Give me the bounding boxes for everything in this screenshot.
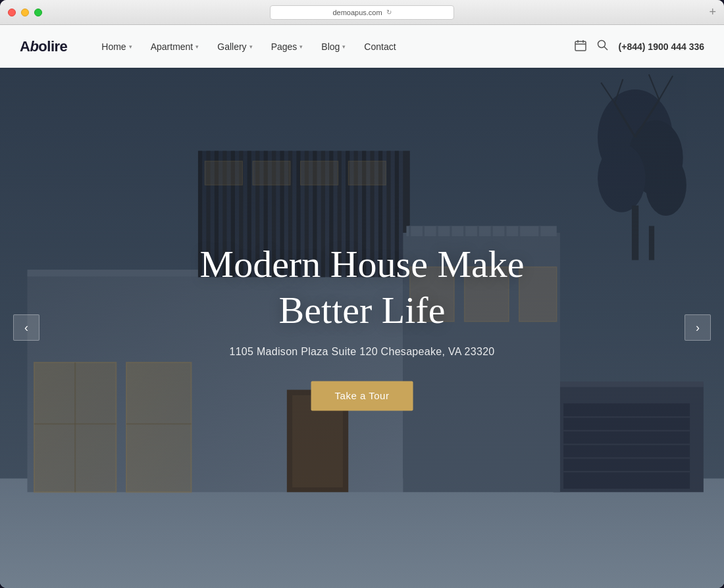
refresh-icon[interactable]: ↻: [386, 9, 392, 16]
nav-item-blog[interactable]: Blog ▾: [313, 36, 353, 57]
hero-title: Modern House Make Better Life: [200, 241, 525, 333]
nav-gallery-chevron: ▾: [249, 43, 253, 50]
nav-item-contact[interactable]: Contact: [356, 36, 403, 57]
nav-gallery-label: Gallery: [217, 41, 246, 52]
nav-item-pages[interactable]: Pages ▾: [263, 36, 311, 57]
minimize-button[interactable]: [21, 9, 29, 16]
nav-home-chevron: ▾: [129, 43, 132, 50]
new-tab-button[interactable]: +: [709, 5, 716, 19]
chevron-left-icon: ‹: [24, 321, 28, 335]
mac-titlebar: demoapus.com ↻ +: [0, 0, 724, 25]
url-text: demoapus.com: [332, 9, 382, 16]
nav-pages-chevron: ▾: [299, 43, 303, 50]
nav-home-label: Home: [101, 41, 126, 52]
svg-line-84: [604, 47, 608, 50]
nav-item-apartment[interactable]: Apartment ▾: [143, 36, 207, 57]
close-button[interactable]: [8, 9, 16, 16]
mac-window: demoapus.com ↻ +: [0, 0, 724, 588]
nav-item-home[interactable]: Home ▾: [93, 36, 140, 57]
calendar-icon[interactable]: [575, 39, 586, 54]
nav-item-gallery[interactable]: Gallery ▾: [209, 36, 260, 57]
search-icon[interactable]: [597, 39, 608, 53]
chevron-right-icon: ›: [696, 321, 700, 335]
nav-links: Home ▾ Apartment ▾ Gallery ▾ Pages ▾: [93, 36, 574, 57]
svg-point-83: [598, 41, 605, 48]
slider-prev-button[interactable]: ‹: [13, 314, 39, 341]
navbar: Abolire Home ▾ Apartment ▾ Gallery ▾: [0, 25, 724, 68]
maximize-button[interactable]: [34, 9, 42, 16]
nav-blog-label: Blog: [321, 41, 340, 52]
hero-title-line2: Better Life: [279, 289, 446, 331]
nav-phone: (+844) 1900 444 336: [619, 41, 704, 52]
url-bar[interactable]: demoapus.com ↻: [270, 5, 454, 20]
nav-apartment-label: Apartment: [151, 41, 194, 52]
nav-pages-label: Pages: [271, 41, 297, 52]
nav-contact-label: Contact: [364, 41, 396, 52]
logo-italic: b: [30, 38, 38, 55]
nav-right: (+844) 1900 444 336: [575, 39, 704, 54]
hero-title-line1: Modern House Make: [200, 243, 525, 285]
svg-rect-79: [575, 41, 586, 51]
hero-content: Modern House Make Better Life 1105 Madis…: [200, 241, 525, 410]
nav-apartment-chevron: ▾: [195, 43, 199, 50]
nav-logo[interactable]: Abolire: [20, 38, 67, 55]
hero-address: 1105 Madison Plaza Suite 120 Chesapeake,…: [200, 347, 525, 358]
take-a-tour-button[interactable]: Take a Tour: [311, 381, 413, 411]
nav-blog-chevron: ▾: [342, 43, 346, 50]
website-content: Abolire Home ▾ Apartment ▾ Gallery ▾: [0, 25, 724, 588]
slider-next-button[interactable]: ›: [685, 314, 711, 341]
hero-section: Abolire Home ▾ Apartment ▾ Gallery ▾: [0, 25, 724, 588]
